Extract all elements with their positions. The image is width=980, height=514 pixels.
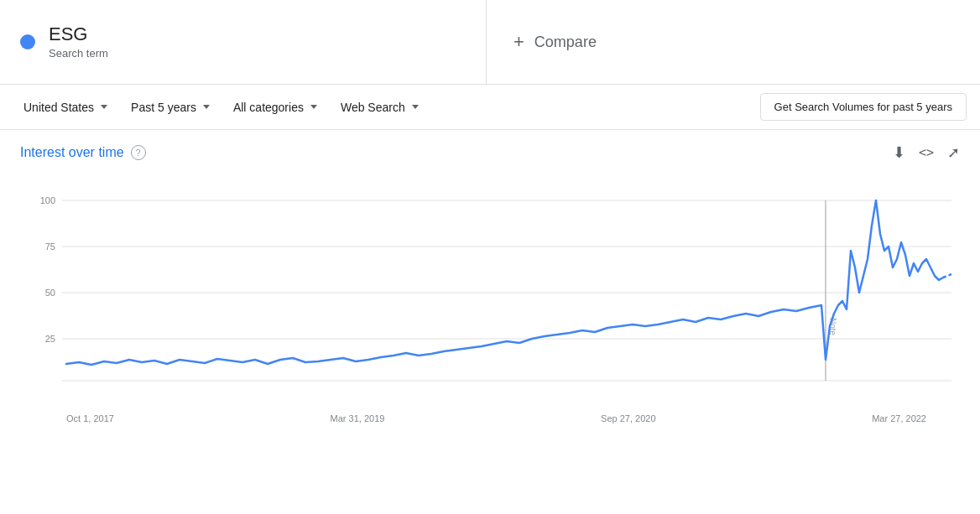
- x-axis-label-4: Mar 27, 2022: [872, 413, 926, 423]
- x-axis-label-1: Oct 1, 2017: [66, 413, 114, 423]
- download-icon[interactable]: ⬇: [893, 143, 905, 162]
- search-type-chevron-icon: [412, 105, 419, 109]
- chart-title-area: Interest over time ?: [20, 145, 146, 160]
- region-chevron-icon: [101, 105, 107, 109]
- x-axis-label-2: Mar 31, 2019: [331, 413, 385, 423]
- time-range-filter-label: Past 5 years: [131, 101, 196, 114]
- category-chevron-icon: [310, 105, 317, 109]
- search-term-box: ESG Search term: [0, 0, 487, 84]
- time-range-filter-button[interactable]: Past 5 years: [121, 96, 220, 119]
- share-icon[interactable]: ➚: [947, 143, 960, 162]
- get-volumes-button[interactable]: Get Search Volumes for past 5 years: [760, 93, 967, 121]
- region-filter-button[interactable]: United States: [13, 96, 117, 119]
- help-icon[interactable]: ?: [131, 145, 146, 160]
- compare-label: Compare: [534, 34, 597, 51]
- search-type-filter-label: Web Search: [341, 101, 405, 114]
- compare-plus-icon: +: [513, 31, 524, 53]
- chart-svg: 100 75 50 25 Note: [20, 175, 960, 410]
- svg-text:75: 75: [45, 241, 55, 252]
- x-axis-labels: Oct 1, 2017 Mar 31, 2019 Sep 27, 2020 Ma…: [20, 410, 960, 423]
- embed-icon[interactable]: <>: [919, 145, 934, 160]
- svg-text:100: 100: [40, 195, 55, 205]
- region-filter-label: United States: [23, 101, 94, 114]
- search-header: ESG Search term + Compare: [0, 0, 980, 85]
- search-term-dot: [20, 34, 35, 49]
- filter-bar: United States Past 5 years All categorie…: [0, 85, 980, 130]
- search-term-text: ESG Search term: [49, 23, 108, 60]
- svg-text:25: 25: [45, 334, 55, 344]
- chart-actions: ⬇ <> ➚: [893, 143, 960, 162]
- compare-box[interactable]: + Compare: [487, 16, 980, 68]
- chart-header: Interest over time ? ⬇ <> ➚: [20, 143, 960, 162]
- svg-text:50: 50: [45, 288, 55, 298]
- help-icon-label: ?: [136, 148, 141, 158]
- chart-container: 100 75 50 25 Note: [20, 175, 960, 410]
- x-axis-label-3: Sep 27, 2020: [601, 413, 655, 423]
- category-filter-button[interactable]: All categories: [223, 96, 327, 119]
- search-term-type: Search term: [49, 47, 108, 60]
- svg-line-11: [943, 274, 951, 278]
- time-range-chevron-icon: [203, 105, 210, 109]
- search-type-filter-button[interactable]: Web Search: [331, 96, 429, 119]
- chart-title: Interest over time: [20, 145, 124, 160]
- chart-section: Interest over time ? ⬇ <> ➚ 100 75 50 25: [0, 130, 980, 444]
- category-filter-label: All categories: [233, 101, 304, 114]
- search-term-name: ESG: [49, 23, 108, 45]
